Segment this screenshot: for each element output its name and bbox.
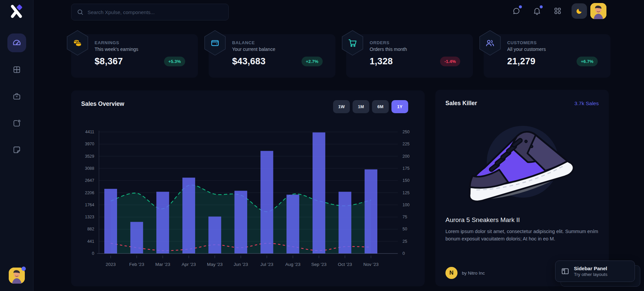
cart-icon — [347, 38, 358, 48]
tooltip-subtitle: Try other layouts — [574, 272, 607, 277]
stat-icon-badge — [203, 30, 227, 56]
vendor-row: N by Nitro Inc — [445, 267, 485, 279]
wallet-icon — [210, 38, 220, 48]
theme-toggle-button[interactable] — [572, 3, 587, 19]
sales-overview-card: Sales Overview 1W 1M 6M 1Y 4411250397022… — [71, 90, 425, 286]
stat-sublabel: Orders this month — [370, 47, 460, 52]
svg-text:Jul '23: Jul '23 — [260, 262, 273, 267]
sidebar-user-avatar[interactable] — [9, 268, 25, 284]
svg-text:250: 250 — [402, 130, 410, 134]
grid-window-icon — [12, 65, 21, 74]
svg-text:Nov '23: Nov '23 — [363, 262, 378, 267]
svg-text:3529: 3529 — [85, 154, 94, 159]
svg-text:2647: 2647 — [85, 178, 94, 183]
search-icon — [77, 9, 84, 15]
profile-avatar[interactable] — [590, 3, 606, 19]
stat-icon-badge — [340, 30, 365, 56]
svg-text:0: 0 — [402, 251, 405, 256]
xpulse-logo[interactable] — [9, 4, 24, 19]
svg-text:2023: 2023 — [106, 262, 116, 267]
search-input[interactable] — [88, 9, 223, 15]
stat-sublabel: Your current balance — [232, 47, 323, 52]
stat-sublabel: All your customers — [507, 47, 598, 52]
svg-text:200: 200 — [402, 154, 410, 159]
stat-icon-badge — [65, 30, 90, 56]
stat-sublabel: This week's earnings — [95, 47, 185, 52]
range-button-1y[interactable]: 1Y — [391, 100, 408, 113]
svg-text:25: 25 — [402, 239, 407, 244]
svg-text:Sep '23: Sep '23 — [311, 262, 326, 267]
sales-chart[interactable]: 4411250397022535292003088175264715022061… — [81, 124, 415, 280]
stat-label: BALANCE — [232, 40, 323, 45]
sticker-note-icon — [12, 146, 21, 154]
svg-text:Apr '23: Apr '23 — [182, 262, 196, 267]
svg-text:441: 441 — [87, 239, 94, 244]
notifications-button[interactable] — [533, 7, 541, 15]
svg-text:150: 150 — [402, 178, 410, 183]
sales-killer-card: Sales Killer 3.7k Sales — [435, 90, 609, 286]
bar-line-chart-canvas: 4411250397022535292003088175264715022061… — [81, 124, 415, 280]
notification-dot — [519, 5, 522, 8]
sneaker-illustration — [445, 112, 599, 209]
sidebar-item-apps[interactable] — [7, 114, 26, 133]
vendor-name: by Nitro Inc — [462, 271, 485, 276]
stat-delta-badge: +6.7% — [577, 57, 598, 66]
stat-value: $8,367 — [95, 56, 123, 67]
x-logo-icon — [9, 4, 24, 19]
range-button-6m[interactable]: 6M — [372, 100, 389, 113]
stat-value: 21,279 — [507, 56, 535, 67]
svg-text:125: 125 — [402, 191, 410, 195]
range-selector: 1W 1M 6M 1Y — [333, 100, 408, 113]
main-content: EARNINGS This week's earnings $8,367 +5.… — [34, 0, 644, 291]
messages-button[interactable] — [512, 7, 521, 15]
svg-text:75: 75 — [402, 215, 407, 219]
stat-value: $43,683 — [232, 56, 266, 67]
product-description: Lorem ipsum dolor sit amet, consectetur … — [445, 228, 600, 243]
stat-value: 1,328 — [370, 56, 393, 67]
chart-title: Sales Overview — [81, 100, 124, 107]
product-card-title: Sales Killer — [445, 100, 477, 107]
sidebar-item-projects[interactable] — [7, 87, 26, 106]
svg-text:882: 882 — [87, 227, 94, 231]
sidebar-panel-tooltip[interactable]: Sidebar Panel Try other layouts — [555, 261, 635, 282]
stat-delta-badge: +2.7% — [302, 57, 323, 66]
search-bar[interactable] — [71, 4, 229, 20]
stat-card-customers: CUSTOMERS All your customers 21,279 +6.7… — [484, 34, 610, 78]
stat-label: EARNINGS — [95, 40, 185, 45]
layout-panel-icon — [561, 267, 570, 276]
topbar-actions — [512, 2, 606, 20]
stat-label: CUSTOMERS — [507, 40, 598, 45]
range-button-1w[interactable]: 1W — [333, 100, 350, 113]
notification-dot — [540, 5, 543, 8]
svg-text:0: 0 — [92, 251, 94, 256]
svg-text:Mar '23: Mar '23 — [155, 262, 170, 267]
svg-text:3088: 3088 — [85, 166, 94, 171]
sidebar-item-components[interactable] — [7, 60, 26, 79]
stat-delta-badge: -1.4% — [440, 57, 460, 66]
briefcase-icon — [12, 92, 21, 101]
sidebar-item-dashboard[interactable] — [7, 33, 26, 52]
avatar-illustration — [590, 3, 606, 19]
svg-text:Aug '23: Aug '23 — [285, 262, 301, 267]
svg-text:225: 225 — [402, 142, 410, 146]
nitro-logo: N — [445, 267, 458, 279]
coins-icon — [72, 38, 83, 48]
status-dot — [21, 267, 26, 271]
range-button-1m[interactable]: 1M — [353, 100, 369, 113]
product-sales-count[interactable]: 3.7k Sales — [575, 100, 599, 106]
stat-card-orders: ORDERS Orders this month 1,328 -1.4% — [346, 34, 473, 78]
moon-icon — [576, 7, 583, 15]
svg-text:100: 100 — [402, 203, 410, 207]
svg-text:50: 50 — [402, 227, 407, 231]
svg-text:Feb '23: Feb '23 — [129, 262, 144, 267]
sidebar-nav — [0, 33, 33, 159]
dashboard-page: EARNINGS This week's earnings $8,367 +5.… — [0, 0, 644, 291]
svg-text:1764: 1764 — [85, 203, 94, 207]
stat-card-balance: BALANCE Your current balance $43,683 +2.… — [209, 34, 335, 78]
app-notification-icon — [12, 119, 21, 128]
svg-text:4411: 4411 — [85, 130, 94, 134]
svg-text:Oct '23: Oct '23 — [338, 262, 352, 267]
apps-button[interactable] — [553, 7, 562, 15]
stat-card-earnings: EARNINGS This week's earnings $8,367 +5.… — [71, 34, 198, 78]
sidebar-item-notes[interactable] — [7, 141, 26, 159]
